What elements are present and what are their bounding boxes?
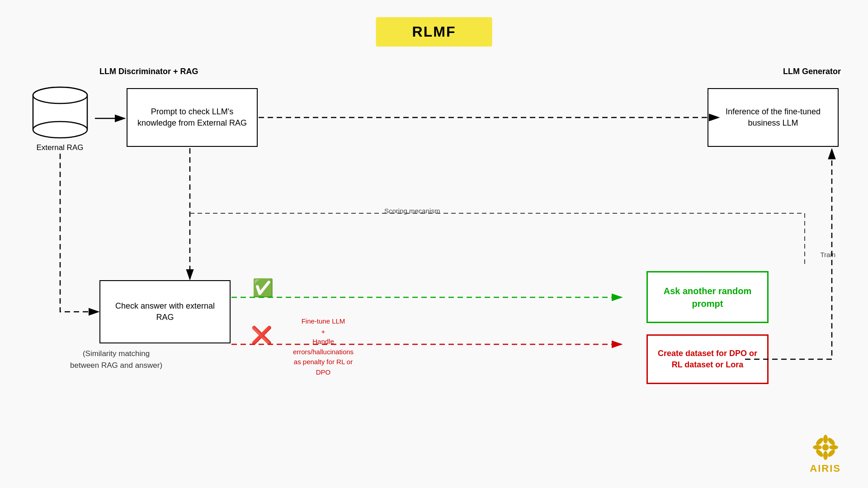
prompt-check-box: Prompt to check LLM's knowledge from Ext… bbox=[127, 88, 258, 147]
svg-point-23 bbox=[822, 444, 829, 450]
scoring-label: Scoring mecanism bbox=[384, 207, 440, 215]
checkmark-icon: ✅ bbox=[252, 278, 274, 298]
svg-point-16 bbox=[823, 451, 828, 460]
svg-point-19 bbox=[815, 436, 824, 446]
external-rag-node: External RAG bbox=[25, 84, 95, 154]
similarity-note: (Similarity matchingbetween RAG and answ… bbox=[70, 348, 162, 371]
external-rag-label: External RAG bbox=[37, 143, 84, 152]
left-section-label: LLM Discriminator + RAG bbox=[99, 67, 198, 76]
check-answer-box: Check answer with external RAG bbox=[99, 280, 231, 343]
svg-point-21 bbox=[826, 436, 836, 446]
finetune-text: Fine-tune LLM+Handleerrors/hallucination… bbox=[287, 316, 359, 377]
create-dataset-box: Create dataset for DPO or RL dataset or … bbox=[646, 334, 769, 384]
airis-flower-icon bbox=[812, 434, 839, 461]
svg-point-20 bbox=[826, 448, 836, 458]
svg-point-17 bbox=[813, 445, 822, 450]
svg-point-22 bbox=[815, 448, 824, 458]
airis-logo: AIRIS bbox=[810, 434, 841, 474]
svg-point-15 bbox=[823, 435, 828, 444]
right-section-label: LLM Generator bbox=[783, 67, 841, 76]
page-title: RLMF bbox=[412, 23, 456, 40]
airis-label: AIRIS bbox=[810, 463, 841, 474]
ask-random-box: Ask another random prompt bbox=[646, 271, 769, 323]
title-container: RLMF bbox=[376, 17, 492, 47]
svg-point-18 bbox=[829, 445, 838, 450]
svg-point-4 bbox=[33, 122, 87, 138]
crossmark-icon: ❌ bbox=[251, 325, 272, 345]
train-label: Train bbox=[820, 251, 835, 258]
cylinder-icon bbox=[28, 85, 92, 140]
svg-point-5 bbox=[33, 87, 87, 103]
inference-box: Inference of the fine-tuned business LLM bbox=[708, 88, 839, 147]
